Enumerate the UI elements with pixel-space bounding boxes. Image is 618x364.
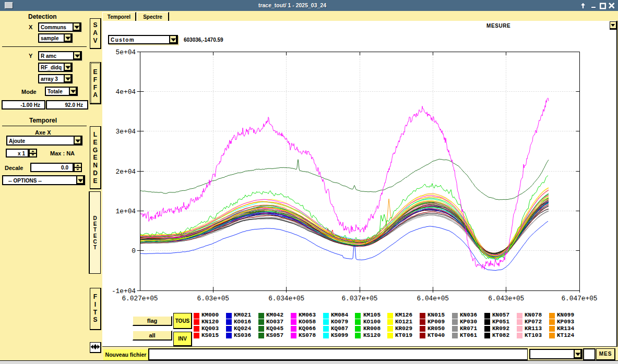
svg-text:2e+04: 2e+04 [116,168,136,176]
svg-text:4e+04: 4e+04 [116,88,136,96]
svg-text:6.043e+05: 6.043e+05 [488,295,524,302]
svg-text:6.04e+05: 6.04e+05 [417,295,449,302]
svg-text:3e+04: 3e+04 [116,128,136,136]
svg-text:6.047e+05: 6.047e+05 [561,295,597,302]
svg-text:-1e+04: -1e+04 [112,287,136,295]
svg-text:6.027e+05: 6.027e+05 [122,295,158,302]
svg-text:6.03e+05: 6.03e+05 [197,295,229,302]
svg-text:1e+04: 1e+04 [116,208,136,215]
svg-text:6.037e+05: 6.037e+05 [341,295,377,302]
svg-text:0: 0 [132,247,136,255]
svg-text:5e+04: 5e+04 [116,48,136,56]
svg-text:6.034e+05: 6.034e+05 [268,295,304,302]
